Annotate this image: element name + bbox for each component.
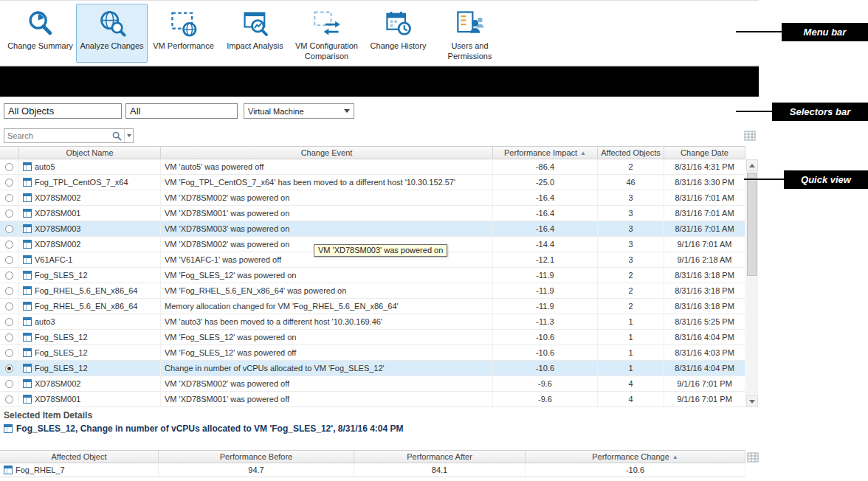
- row-select-radio[interactable]: [0, 376, 19, 391]
- affected-objects-cell: 2: [598, 268, 664, 283]
- performance-impact-cell: -9.6: [493, 376, 598, 391]
- annotation-quick-view: Quick view: [784, 170, 868, 189]
- scroll-down-button[interactable]: [746, 395, 758, 407]
- change-event-cell: VM 'Fog_SLES_12' was powered on: [161, 330, 493, 345]
- menu-item-users-and-permissions[interactable]: Users and Permissions: [434, 4, 506, 63]
- menu-item-impact-analysis[interactable]: Impact Analysis: [219, 4, 291, 63]
- search-options-dropdown[interactable]: [124, 129, 133, 142]
- table-row[interactable]: auto5VM 'auto5' was powered off-86.428/3…: [0, 159, 745, 175]
- vm-performance-icon: [169, 7, 199, 40]
- column-header-object-name[interactable]: Object Name: [19, 147, 161, 159]
- quick-view-body: auto5VM 'auto5' was powered off-86.428/3…: [0, 159, 745, 407]
- column-header-performance-impact[interactable]: Performance Impact ▲: [493, 147, 598, 159]
- search-icon[interactable]: [112, 131, 122, 141]
- row-select-radio[interactable]: [0, 299, 19, 314]
- arrow-down-icon: [749, 400, 755, 404]
- search-input[interactable]: [4, 130, 112, 142]
- change-event-cell: VM 'XD78SM003' was powered on: [161, 221, 493, 236]
- change-event-cell: VM 'XD78SM001' was powered off: [161, 392, 493, 406]
- row-select-radio[interactable]: [0, 283, 19, 298]
- column-chooser-icon[interactable]: [747, 452, 759, 463]
- change-event-cell: VM 'Fog_SLES_12' was powered on: [161, 268, 493, 283]
- annotation-line-menu-bar: [736, 31, 782, 32]
- menu-item-vm-performance[interactable]: VM Performance: [148, 4, 219, 63]
- selected-item: Fog_SLES_12, Change in number of vCPUs a…: [4, 423, 404, 434]
- column-header-performance-after[interactable]: Performance After: [354, 451, 526, 463]
- row-select-radio[interactable]: [0, 314, 19, 329]
- group-selector-input[interactable]: [125, 103, 238, 119]
- column-chooser-icon[interactable]: [744, 131, 756, 141]
- column-header-performance-change[interactable]: Performance Change ▲: [526, 451, 745, 463]
- row-select-radio[interactable]: [0, 175, 19, 190]
- vm-config-comparison-icon: [312, 7, 342, 40]
- performance-impact-cell: -11.9: [493, 268, 598, 283]
- chevron-down-icon: [127, 134, 131, 137]
- table-row[interactable]: Fog_TPL_CentOS_7_x64VM 'Fog_TPL_CentOS_7…: [0, 175, 745, 190]
- analyze-changes-icon: [97, 7, 127, 40]
- change-date-cell: 9/1/16 2:18 AM: [664, 252, 745, 267]
- chevron-down-icon: [344, 109, 350, 113]
- details-table-row[interactable]: Fog_RHEL_7 94.7 84.1 -10.6: [0, 463, 745, 477]
- row-select-radio[interactable]: [0, 221, 19, 236]
- change-date-cell: 8/31/16 3:30 PM: [664, 175, 745, 190]
- column-header-performance-before[interactable]: Performance Before: [159, 451, 354, 463]
- menu-item-analyze-changes[interactable]: Analyze Changes: [76, 4, 148, 63]
- affected-objects-cell: 3: [598, 206, 664, 221]
- menu-bar: Change Summary Analyze Changes: [0, 0, 759, 66]
- table-row[interactable]: Fog_SLES_12Change in number of vCPUs all…: [0, 361, 745, 376]
- vm-icon: [23, 271, 32, 280]
- scope-selector-input[interactable]: [4, 103, 122, 119]
- row-select-radio[interactable]: [0, 190, 19, 205]
- selectors-bar: Virtual Machine: [0, 103, 759, 121]
- change-date-cell: 8/31/16 3:18 PM: [664, 283, 745, 298]
- performance-impact-cell: -25.0: [493, 175, 598, 190]
- search-box[interactable]: [4, 128, 134, 143]
- menu-item-vm-configuration-comparison[interactable]: VM Configuration Comparison: [291, 4, 362, 63]
- vm-icon: [23, 209, 32, 218]
- table-row[interactable]: Fog_RHEL_5.6_EN_x86_64Memory allocation …: [0, 299, 745, 314]
- table-row[interactable]: XD78SM003VM 'XD78SM003' was powered on-1…: [0, 221, 745, 237]
- row-select-radio[interactable]: [0, 361, 19, 376]
- row-select-radio[interactable]: [0, 345, 19, 360]
- vertical-scrollbar[interactable]: [746, 159, 758, 407]
- performance-impact-cell: -16.4: [493, 206, 598, 221]
- row-select-radio[interactable]: [0, 268, 19, 283]
- column-header-change-date[interactable]: Change Date: [664, 147, 745, 159]
- scroll-up-button[interactable]: [746, 159, 758, 171]
- table-row[interactable]: auto3VM 'auto3' has been moved to a diff…: [0, 314, 745, 330]
- table-row[interactable]: XD78SM001VM 'XD78SM001' was powered on-1…: [0, 206, 745, 221]
- menu-item-change-summary[interactable]: Change Summary: [4, 4, 76, 63]
- scrollbar-thumb[interactable]: [747, 173, 757, 276]
- row-select-radio[interactable]: [0, 237, 19, 252]
- change-date-cell: 8/31/16 4:04 PM: [664, 361, 745, 376]
- application-window: Change Summary Analyze Changes: [0, 0, 759, 481]
- change-event-cell: VM 'Fog_TPL_CentOS_7_x64' has been moved…: [161, 175, 493, 190]
- row-select-radio[interactable]: [0, 330, 19, 345]
- row-select-radio[interactable]: [0, 159, 19, 174]
- radio-column-header: [0, 147, 19, 159]
- change-event-cell: VM 'Fog_SLES_12' was powered off: [161, 345, 493, 360]
- object-type-dropdown[interactable]: Virtual Machine: [244, 103, 354, 119]
- menu-item-change-history[interactable]: Change History: [362, 4, 434, 63]
- affected-objects-cell: 4: [598, 376, 664, 391]
- table-row[interactable]: Fog_RHEL_5.6_EN_x86_64VM 'Fog_RHEL_5.6_E…: [0, 283, 745, 299]
- change-date-cell: 8/31/16 5:25 PM: [664, 314, 745, 329]
- performance-impact-cell: -10.6: [493, 330, 598, 345]
- row-select-radio[interactable]: [0, 206, 19, 221]
- column-header-affected-objects[interactable]: Affected Objects: [598, 147, 664, 159]
- table-row[interactable]: Fog_SLES_12VM 'Fog_SLES_12' was powered …: [0, 330, 745, 345]
- table-row[interactable]: Fog_SLES_12VM 'Fog_SLES_12' was powered …: [0, 268, 745, 283]
- annotation-line-quick-view: [744, 179, 784, 180]
- table-row[interactable]: XD78SM002VM 'XD78SM002' was powered off-…: [0, 376, 745, 392]
- row-select-radio[interactable]: [0, 252, 19, 267]
- column-header-change-event[interactable]: Change Event: [161, 147, 493, 159]
- table-row[interactable]: XD78SM001VM 'XD78SM001' was powered off-…: [0, 392, 745, 407]
- table-row[interactable]: XD78SM002VM 'XD78SM002' was powered on-1…: [0, 190, 745, 206]
- performance-impact-cell: -11.9: [493, 299, 598, 314]
- row-select-radio[interactable]: [0, 392, 19, 406]
- change-date-cell: 8/31/16 7:01 AM: [664, 221, 745, 236]
- vm-icon: [23, 348, 32, 357]
- table-row[interactable]: Fog_SLES_12VM 'Fog_SLES_12' was powered …: [0, 345, 745, 361]
- column-header-affected-object[interactable]: Affected Object: [0, 451, 159, 463]
- change-event-cell: Memory allocation changed for VM 'Fog_RH…: [161, 299, 493, 314]
